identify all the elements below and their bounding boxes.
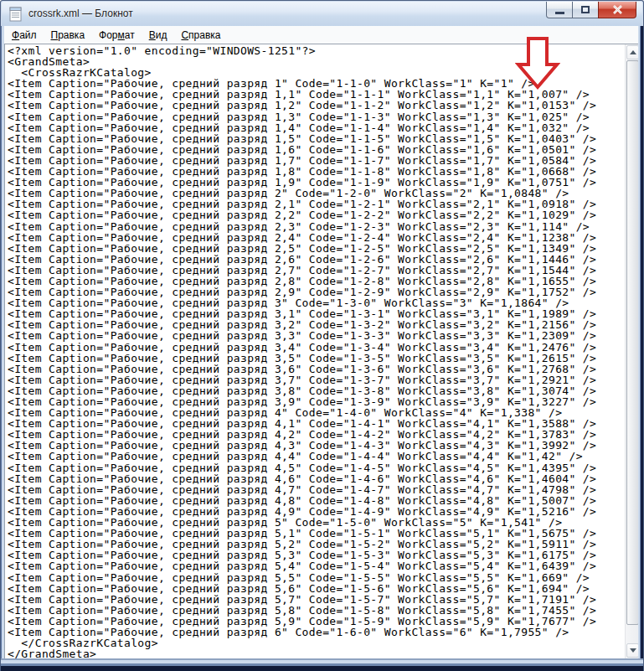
menu-edit[interactable]: Правка <box>45 28 91 43</box>
xml-line: <Item Caption="Рабочие, средний разряд 5… <box>8 605 624 616</box>
close-button[interactable] <box>598 2 636 18</box>
xml-line: <Item Caption="Рабочие, средний разряд 1… <box>8 144 624 155</box>
menu-file[interactable]: Файл <box>6 28 43 43</box>
xml-line: </CrossRazrKCatalog> <box>8 637 624 648</box>
xml-line: <Item Caption="Рабочие, средний разряд 2… <box>8 221 624 232</box>
xml-line: <Item Caption="Рабочие, средний разряд 3… <box>8 353 624 364</box>
minimize-icon <box>555 12 564 14</box>
caption-buttons <box>547 2 636 18</box>
scrollbar-thumb[interactable] <box>626 60 639 625</box>
editor-area[interactable]: <?xml version="1.0" encoding="WINDOWS-12… <box>4 44 640 659</box>
xml-line: <Item Caption="Рабочие, средний разряд 4… <box>8 495 624 506</box>
xml-line: <Item Caption="Рабочие, средний разряд 5… <box>8 560 624 571</box>
scroll-up-button[interactable] <box>626 45 639 59</box>
scroll-down-arrow-icon <box>630 648 636 653</box>
xml-line: <Item Caption="Рабочие, средний разряд 1… <box>8 111 624 122</box>
window-title: crossrk.xml — Блокнот <box>28 8 133 19</box>
xml-line: <Item Caption="Рабочие, средний разряд 4… <box>8 462 624 473</box>
xml-line: <Item Caption="Рабочие, средний разряд 1… <box>8 122 624 133</box>
xml-line: <Item Caption="Рабочие, средний разряд 5… <box>8 594 624 605</box>
close-icon <box>612 5 623 14</box>
menu-view[interactable]: Вид <box>143 28 173 43</box>
xml-line: <Item Caption="Рабочие, средний разряд 5… <box>8 583 624 594</box>
menu-help[interactable]: Справка <box>175 28 226 43</box>
xml-text[interactable]: <?xml version="1.0" encoding="WINDOWS-12… <box>8 45 624 658</box>
window-frame-left <box>1 26 4 658</box>
maximize-button[interactable] <box>572 2 599 18</box>
window-frame-bottom <box>1 658 643 671</box>
scroll-down-button[interactable] <box>626 643 639 658</box>
xml-line: <Item Caption="Рабочие, средний разряд 3… <box>8 374 624 385</box>
window-frame-right <box>638 26 643 658</box>
menu-format[interactable]: Формат <box>93 28 141 43</box>
xml-line: <Item Caption="Рабочие, средний разряд 2… <box>8 209 624 220</box>
xml-line: <Item Caption="Рабочие, средний разряд 2… <box>8 232 624 243</box>
xml-line: <Item Caption="Рабочие, средний разряд 5… <box>8 616 624 627</box>
xml-line: <Item Caption="Рабочие, средний разряд 5… <box>8 572 624 583</box>
maximize-icon <box>581 6 590 13</box>
minimize-button[interactable] <box>546 2 573 18</box>
red-down-arrow-icon <box>515 37 560 90</box>
notepad-document-icon <box>9 7 22 22</box>
xml-line: <Item Caption="Рабочие, средний разряд 1… <box>8 133 624 144</box>
xml-line: <Item Caption="Рабочие, средний разряд 2… <box>8 265 624 276</box>
xml-line: <Item Caption="Рабочие, средний разряд 4… <box>8 473 624 484</box>
notepad-window: crossrk.xml — Блокнот ФайлПравкаФорматВи… <box>0 0 644 671</box>
xml-line: <Item Caption="Рабочие, средний разряд 2… <box>8 254 624 265</box>
vertical-scrollbar[interactable] <box>625 44 639 658</box>
titlebar[interactable]: crossrk.xml — Блокнот <box>2 2 642 26</box>
xml-line: <Item Caption="Рабочие, средний разряд 1… <box>8 100 624 111</box>
xml-line: <Item Caption="Рабочие, средний разряд 3… <box>8 330 624 341</box>
xml-line: </GrandSmeta> <box>8 648 624 658</box>
scroll-up-arrow-icon <box>630 50 636 54</box>
xml-line: <Item Caption="Рабочие, средний разряд 2… <box>8 243 624 254</box>
xml-line: <Item Caption="Рабочие, средний разряд 3… <box>8 364 624 374</box>
xml-line: <Item Caption="Рабочие, средний разряд 3… <box>8 342 624 353</box>
xml-line: <Item Caption="Рабочие, средний разряд 4… <box>8 451 624 462</box>
xml-line: <Item Caption="Рабочие, средний разряд 4… <box>8 484 624 495</box>
